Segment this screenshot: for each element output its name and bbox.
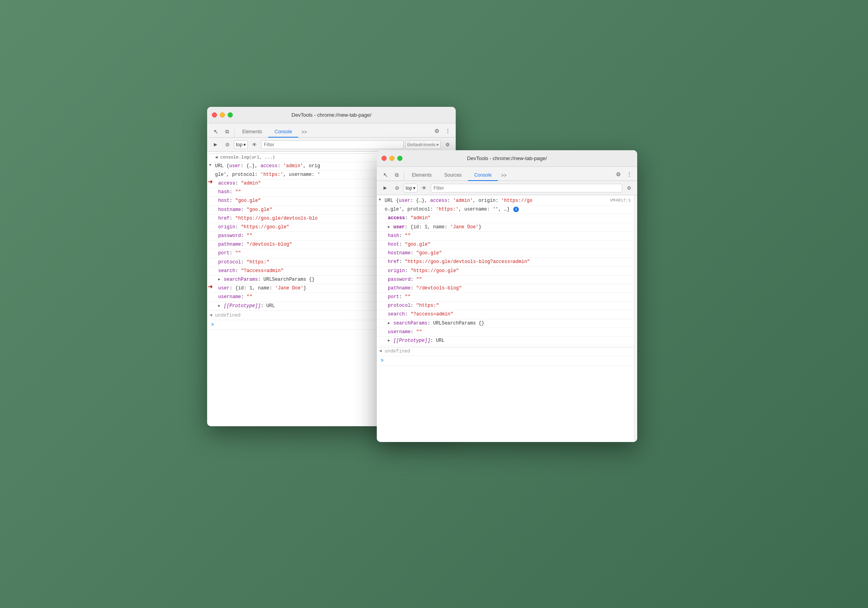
tab-actions-front: ⚙ ⋮ [614,170,634,181]
top-label-front: top [406,185,412,191]
traffic-lights-front [382,156,402,161]
searchparams-line-front[interactable]: ▶ searchParams: URLSearchParams {} [377,319,634,328]
scrollbar-front[interactable] [634,195,637,442]
top-dropdown-front[interactable]: top ▾ [404,184,417,192]
layers-icon-back[interactable]: ⧉ [221,126,232,137]
url-object-cont-front: o.gle', protocol: 'https:', username: ''… [377,205,634,214]
password-line-front: password: "" [377,276,634,284]
undefined-line-front: ◀ undefined [377,347,634,356]
tab-more-back[interactable]: >> [298,127,310,137]
vm-source: VM4817:1 [610,197,631,204]
href-line-front: href: "https://goo.gle/devtools-blog?acc… [377,258,634,267]
tab-console-back[interactable]: Console [268,127,298,138]
prototype-line-front[interactable]: ▶ [[Prototype]]: URL [377,337,634,345]
play-icon-back[interactable]: ▶ [210,140,221,150]
user-line-front[interactable]: ▶ user: {id: 1, name: 'Jane Doe'} [377,223,634,232]
default-levels-back[interactable]: Default levels ▾ [405,140,441,149]
chevron-down-icon-levels: ▾ [436,142,439,147]
filter-input-front[interactable] [431,184,622,192]
eye-icon-front[interactable]: 👁 [419,183,429,193]
separator-back [234,129,234,137]
minimize-button-front[interactable] [389,156,395,161]
console-content-front: VM4817:1 ▼ URL {user: {…}, access: 'admi… [377,195,637,442]
ban-icon-back[interactable]: ⊘ [222,140,232,150]
tab-bar-front: ↖ ⧉ Elements Sources Console >> ⚙ ⋮ [377,167,637,181]
separator-front [404,173,404,181]
title-bar-back: DevTools - chrome://new-tab-page/ [207,107,456,123]
traffic-lights-back [212,112,233,117]
chevron-down-icon-back: ▾ [243,142,246,147]
gear-icon-console-back[interactable]: ⚙ [442,140,453,150]
tab-actions-back: ⚙ ⋮ [432,126,453,137]
pathname-line-front: pathname: "/devtools-blog" [377,284,634,293]
console-toolbar-front: ▶ ⊘ top ▾ 👁 ⚙ [377,181,637,195]
gear-icon-console-front[interactable]: ⚙ [624,183,634,193]
tab-console-front[interactable]: Console [468,170,498,181]
origin-line-front: origin: "https://goo.gle" [377,267,634,276]
devtools-window-front: DevTools - chrome://new-tab-page/ ↖ ⧉ El… [377,150,637,442]
info-icon[interactable]: i [513,207,519,212]
cursor-icon-front[interactable]: ↖ [380,170,391,181]
layers-icon-front[interactable]: ⧉ [391,170,402,181]
ban-icon-front[interactable]: ⊘ [392,183,402,193]
access-line-front: access: "admin" [377,214,634,223]
tab-elements-front[interactable]: Elements [406,170,438,181]
devtools-body-front: ↖ ⧉ Elements Sources Console >> ⚙ ⋮ ▶ ⊘ … [377,167,637,442]
close-button-back[interactable] [212,112,217,117]
more-icon-front[interactable]: ⋮ [625,170,634,179]
window-title-front: DevTools - chrome://new-tab-page/ [467,155,547,161]
play-icon-front[interactable]: ▶ [380,183,390,193]
tab-more-front[interactable]: >> [498,170,510,181]
cursor-icon-back[interactable]: ↖ [210,126,221,137]
eye-icon-back[interactable]: 👁 [249,140,260,150]
console-text-front: VM4817:1 ▼ URL {user: {…}, access: 'admi… [377,195,634,442]
more-icon-back[interactable]: ⋮ [443,126,453,136]
top-label-back: top [236,142,243,147]
gear-icon-back[interactable]: ⚙ [432,126,441,136]
console-toolbar-back: ▶ ⊘ top ▾ 👁 Default levels ▾ ⚙ [207,138,456,152]
hostname-line-front: hostname: "goo.gle" [377,249,634,258]
gear-icon-front[interactable]: ⚙ [614,170,623,179]
close-button-front[interactable] [382,156,387,161]
tab-bar-back: ↖ ⧉ Elements Console >> ⚙ ⋮ [207,123,456,138]
chevron-down-icon-front: ▾ [413,185,415,191]
protocol-line-front: protocol: "https:" [377,302,634,310]
tab-elements-back[interactable]: Elements [236,127,268,138]
maximize-button-front[interactable] [397,156,402,161]
username-line-front: username: "" [377,328,634,337]
port-line-front: port: "" [377,293,634,302]
search-line-front: search: "?access=admin" [377,310,634,319]
filter-input-back[interactable] [261,140,404,149]
host-line-front: host: "goo.gle" [377,241,634,249]
top-dropdown-back[interactable]: top ▾ [234,140,248,149]
minimize-button-back[interactable] [220,112,225,117]
window-title-back: DevTools - chrome://new-tab-page/ [292,112,371,118]
prompt-line-front[interactable]: > [377,357,634,366]
title-bar-front: DevTools - chrome://new-tab-page/ [377,150,637,167]
tab-sources-front[interactable]: Sources [438,170,468,181]
url-object-header-front[interactable]: VM4817:1 ▼ URL {user: {…}, access: 'admi… [377,197,634,205]
screenshot-container: DevTools - chrome://new-tab-page/ ↖ ⧉ El… [207,87,661,521]
hash-line-front: hash: "" [377,232,634,241]
maximize-button-back[interactable] [228,112,233,117]
